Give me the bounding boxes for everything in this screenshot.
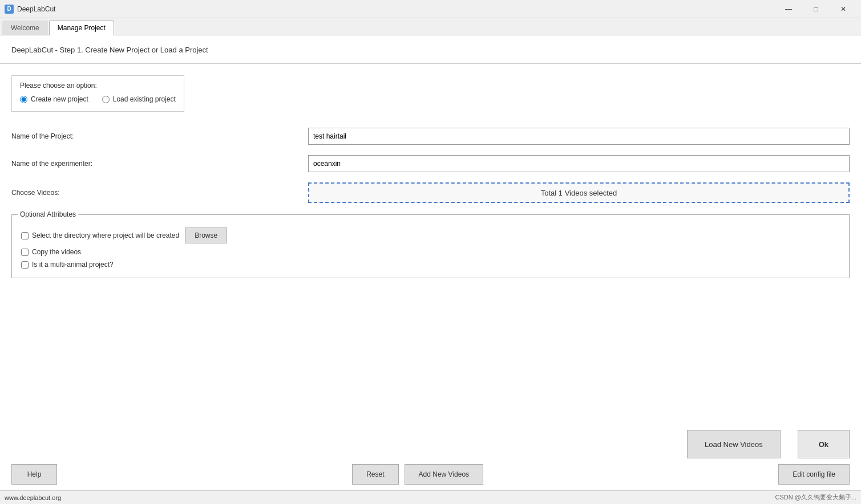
btn-row-right: Edit config file bbox=[778, 464, 850, 485]
choose-videos-row: Choose Videos: Total 1 Videos selected bbox=[11, 182, 850, 203]
choose-videos-label: Choose Videos: bbox=[11, 189, 308, 197]
tab-manage-project[interactable]: Manage Project bbox=[49, 21, 114, 35]
radio-load-existing-label: Load existing project bbox=[113, 95, 176, 103]
main-window: DeepLabCut - Step 1. Create New Project … bbox=[0, 35, 861, 490]
copy-videos-checkbox[interactable] bbox=[21, 249, 29, 256]
choose-videos-button[interactable]: Total 1 Videos selected bbox=[308, 182, 850, 203]
directory-label: Select the directory where project will … bbox=[32, 231, 179, 239]
help-button[interactable]: Help bbox=[11, 464, 57, 485]
footer-watermark: CSDN @久久鸭要变大鹅子... bbox=[775, 493, 856, 502]
directory-row: Select the directory where project will … bbox=[21, 227, 840, 243]
radio-create-new-label: Create new project bbox=[31, 95, 88, 103]
browse-button[interactable]: Browse bbox=[185, 227, 227, 243]
radio-load-existing-input[interactable] bbox=[102, 96, 110, 103]
experimenter-name-label: Name of the experimenter: bbox=[11, 160, 308, 168]
directory-checkbox-item[interactable]: Select the directory where project will … bbox=[21, 231, 179, 239]
step-header-text: DeepLabCut - Step 1. Create New Project … bbox=[11, 46, 208, 54]
multi-animal-checkbox-item[interactable]: Is it a multi-animal project? bbox=[21, 261, 114, 269]
btn-row-center: Reset Add New Videos bbox=[352, 464, 483, 485]
multi-animal-label: Is it a multi-animal project? bbox=[32, 261, 114, 269]
action-row: Load New Videos Ok bbox=[0, 426, 861, 461]
minimize-button[interactable]: — bbox=[775, 0, 802, 18]
copy-videos-label: Copy the videos bbox=[32, 248, 81, 256]
add-new-videos-button[interactable]: Add New Videos bbox=[405, 464, 484, 485]
multi-animal-checkbox[interactable] bbox=[21, 261, 29, 269]
form-fields: Name of the Project: Name of the experim… bbox=[11, 128, 850, 203]
tab-bar: Welcome Manage Project bbox=[0, 18, 861, 35]
load-new-videos-button[interactable]: Load New Videos bbox=[687, 430, 781, 458]
radio-load-existing[interactable]: Load existing project bbox=[102, 95, 176, 103]
maximize-button[interactable]: □ bbox=[803, 0, 829, 18]
project-name-row: Name of the Project: bbox=[11, 128, 850, 145]
optional-attributes-group: Optional Attributes Select the directory… bbox=[11, 214, 850, 278]
copy-videos-checkbox-item[interactable]: Copy the videos bbox=[21, 248, 81, 256]
radio-group: Create new project Load existing project bbox=[20, 95, 176, 103]
ok-button[interactable]: Ok bbox=[798, 430, 850, 458]
radio-create-new[interactable]: Create new project bbox=[20, 95, 88, 103]
multi-animal-row: Is it a multi-animal project? bbox=[21, 261, 840, 269]
project-name-input[interactable] bbox=[308, 128, 850, 145]
btn-row-left: Help bbox=[11, 464, 57, 485]
edit-config-file-button[interactable]: Edit config file bbox=[778, 464, 850, 485]
copy-videos-row: Copy the videos bbox=[21, 248, 840, 256]
close-button[interactable]: ✕ bbox=[830, 0, 856, 18]
radio-create-new-input[interactable] bbox=[20, 96, 27, 103]
bottom-btn-row: Help Reset Add New Videos Edit config fi… bbox=[0, 461, 861, 490]
footer: www.deeplabcut.org CSDN @久久鸭要变大鹅子... bbox=[0, 490, 861, 504]
experimenter-name-input[interactable] bbox=[308, 155, 850, 172]
experimenter-name-row: Name of the experimenter: bbox=[11, 155, 850, 172]
options-group-label: Please choose an option: bbox=[20, 82, 176, 90]
step-header: DeepLabCut - Step 1. Create New Project … bbox=[0, 35, 861, 64]
app-title: DeepLabCut bbox=[17, 5, 775, 13]
form-area: Please choose an option: Create new proj… bbox=[0, 64, 861, 426]
optional-legend: Optional Attributes bbox=[18, 210, 78, 218]
tab-welcome[interactable]: Welcome bbox=[2, 21, 48, 35]
window-controls: — □ ✕ bbox=[775, 0, 856, 18]
options-group: Please choose an option: Create new proj… bbox=[11, 75, 184, 112]
action-buttons: Load New Videos Ok bbox=[687, 430, 850, 458]
app-icon: D bbox=[5, 5, 14, 14]
directory-checkbox[interactable] bbox=[21, 232, 29, 239]
reset-button[interactable]: Reset bbox=[352, 464, 398, 485]
title-bar: D DeepLabCut — □ ✕ bbox=[0, 0, 861, 18]
footer-url: www.deeplabcut.org bbox=[5, 494, 61, 501]
project-name-label: Name of the Project: bbox=[11, 132, 308, 140]
